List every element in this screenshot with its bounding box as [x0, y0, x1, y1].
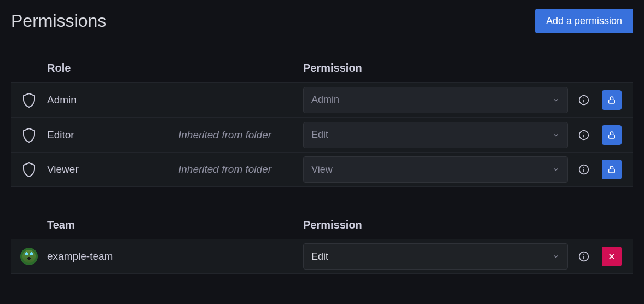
permission-select[interactable]: Admin	[303, 87, 568, 113]
lock-icon	[607, 130, 616, 140]
permission-value: Admin	[311, 94, 339, 106]
page-header: Permissions Add a permission	[11, 9, 633, 33]
table-row: Editor Inherited from folder Edit	[11, 117, 633, 152]
chevron-down-icon	[552, 253, 560, 260]
column-team-header: Team	[11, 219, 303, 231]
lock-button	[602, 125, 622, 145]
permission-select[interactable]: Edit	[303, 122, 568, 148]
close-icon	[608, 253, 616, 260]
inherited-label: Inherited from folder	[178, 129, 303, 141]
svg-point-14	[583, 254, 584, 255]
lock-icon	[607, 95, 616, 105]
permission-value: Edit	[311, 129, 328, 141]
teams-column-headers: Team Permission	[11, 219, 633, 239]
permission-select[interactable]: Edit	[303, 243, 568, 270]
permission-value: Edit	[311, 251, 328, 262]
svg-point-6	[583, 132, 584, 133]
svg-point-2	[583, 97, 584, 98]
column-permission-header: Permission	[303, 219, 362, 231]
table-row: example-team Edit	[11, 239, 633, 274]
lock-icon	[607, 165, 616, 174]
roles-section: Role Permission Admin Admin	[11, 62, 633, 187]
svg-rect-7	[609, 135, 615, 138]
info-icon[interactable]	[578, 130, 589, 141]
roles-column-headers: Role Permission	[11, 62, 633, 82]
svg-rect-3	[609, 100, 615, 103]
table-row: Viewer Inherited from folder View	[11, 152, 633, 187]
svg-point-10	[583, 167, 584, 168]
team-name: example-team	[47, 250, 178, 262]
info-icon[interactable]	[578, 95, 589, 106]
lock-button	[602, 160, 622, 179]
chevron-down-icon	[552, 96, 560, 104]
role-name: Viewer	[47, 163, 178, 176]
column-permission-header: Permission	[303, 62, 362, 74]
page-title: Permissions	[11, 11, 106, 31]
chevron-down-icon	[552, 131, 560, 139]
shield-icon	[22, 162, 36, 177]
table-row: Admin Admin	[11, 82, 633, 117]
team-avatar	[20, 248, 38, 265]
column-role-header: Role	[11, 62, 303, 74]
info-icon[interactable]	[578, 251, 589, 262]
permission-value: View	[311, 164, 333, 176]
lock-button	[602, 90, 622, 110]
svg-rect-11	[609, 169, 615, 173]
teams-section: Team Permission example-team Edit	[11, 219, 633, 274]
remove-button[interactable]	[602, 247, 622, 266]
add-permission-button[interactable]: Add a permission	[535, 9, 633, 33]
chevron-down-icon	[552, 166, 560, 173]
permission-select[interactable]: View	[303, 156, 568, 183]
role-name: Editor	[47, 129, 178, 141]
shield-icon	[22, 92, 36, 108]
shield-icon	[22, 127, 36, 143]
info-icon[interactable]	[578, 164, 589, 175]
inherited-label: Inherited from folder	[178, 163, 303, 176]
role-name: Admin	[47, 94, 178, 106]
